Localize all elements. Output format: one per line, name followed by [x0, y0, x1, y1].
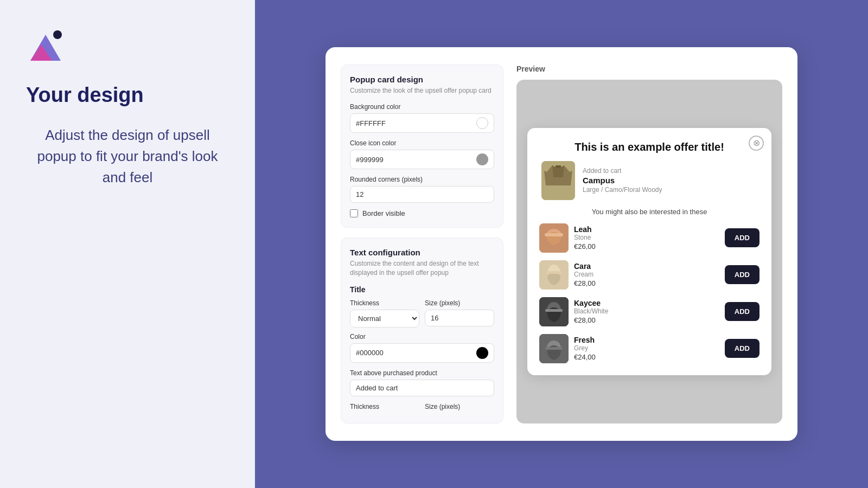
upsell-name-leah: Leah: [574, 225, 719, 234]
bg-color-label: Background color: [350, 103, 494, 111]
border-visible-label: Border visible: [362, 209, 405, 217]
text-config-section: Text configuration Customize the content…: [341, 237, 503, 423]
text-above-size-label: Size (pixels): [425, 403, 494, 410]
upsell-price-leah: €26,00: [574, 242, 719, 251]
text-above-thickness-size-row: Thickness Size (pixels): [350, 403, 494, 413]
popup-card: ⊗ This is an example offer title!: [527, 128, 771, 375]
bg-color-input[interactable]: [356, 119, 472, 127]
upsell-name-cara: Cara: [574, 262, 719, 271]
upsell-list: Leah Stone €26,00 ADD: [539, 221, 760, 365]
thickness-select[interactable]: Normal Bold Light: [350, 310, 419, 328]
text-above-thickness-col: Thickness: [350, 403, 419, 413]
popup-card-design-desc: Customize the look of the upsell offer p…: [350, 86, 494, 95]
border-visible-row[interactable]: Border visible: [350, 209, 494, 217]
popup-close-button[interactable]: ⊗: [749, 136, 764, 151]
svg-rect-16: [545, 347, 563, 350]
bg-color-field: Background color: [350, 103, 494, 133]
upsell-item-cara: Cara Cream €28,00 ADD: [539, 258, 760, 292]
svg-point-0: [53, 30, 62, 39]
text-above-input[interactable]: [350, 380, 494, 396]
svg-rect-10: [546, 271, 562, 274]
right-panel: Popup card design Customize the look of …: [255, 0, 868, 488]
upsell-item-fresh: Fresh Grey €24,00 ADD: [539, 332, 760, 365]
text-config-title: Text configuration: [350, 248, 494, 257]
size-input[interactable]: [425, 310, 494, 326]
title-color-field: Color: [350, 333, 494, 363]
upsell-price-fresh: €24,00: [574, 353, 719, 361]
left-panel: Your design Adjust the design of upsell …: [0, 0, 255, 488]
upsell-name-kaycee: Kaycee: [574, 299, 719, 307]
upsell-name-fresh: Fresh: [574, 336, 719, 344]
added-to-cart-row: Added to cart Campus Large / Camo/Floral…: [539, 161, 760, 200]
product-variant: Large / Camo/Floral Woody: [583, 186, 662, 194]
svg-rect-13: [545, 309, 563, 312]
popup-offer-title: This is an example offer title!: [539, 141, 760, 153]
page-title: Your design: [26, 84, 229, 107]
title-sub-label: Title: [350, 285, 494, 294]
logo: [26, 27, 229, 84]
added-info: Added to cart Campus Large / Camo/Floral…: [583, 167, 662, 194]
rounded-corners-field: Rounded corners (pixels): [350, 176, 494, 203]
main-card: Popup card design Customize the look of …: [326, 47, 797, 440]
border-visible-checkbox[interactable]: [350, 209, 358, 217]
preview-bg: ⊗ This is an example offer title!: [516, 80, 782, 423]
title-color-label: Color: [350, 333, 494, 341]
upsell-img-leah: [539, 223, 569, 253]
title-color-swatch: [476, 347, 488, 359]
upsell-sub-cara: Cream: [574, 271, 719, 278]
title-color-input[interactable]: [356, 349, 472, 357]
upsell-img-fresh: [539, 334, 569, 363]
size-label: Size (pixels): [425, 299, 494, 307]
upsell-img-kaycee: [539, 297, 569, 326]
upsell-item-leah: Leah Stone €26,00 ADD: [539, 221, 760, 255]
text-above-field: Text above purchased product: [350, 369, 494, 396]
popup-card-design-title: Popup card design: [350, 75, 494, 84]
add-button-cara[interactable]: ADD: [725, 265, 760, 284]
close-icon-color-input-wrap[interactable]: [350, 150, 494, 169]
popup-card-design-section: Popup card design Customize the look of …: [341, 65, 503, 228]
text-above-thickness-label: Thickness: [350, 403, 419, 410]
close-icon-color-label: Close icon color: [350, 139, 494, 147]
upsell-details-cara: Cara Cream €28,00: [574, 262, 719, 287]
svg-rect-7: [545, 233, 563, 236]
close-icon-color-swatch: [476, 153, 488, 165]
thickness-col: Thickness Normal Bold Light: [350, 299, 419, 328]
add-button-kaycee[interactable]: ADD: [725, 302, 760, 321]
product-name: Campus: [583, 176, 662, 185]
upsell-img-cara: [539, 260, 569, 290]
upsell-details-leah: Leah Stone €26,00: [574, 225, 719, 251]
thickness-label: Thickness: [350, 299, 419, 307]
added-to-cart-label: Added to cart: [583, 167, 662, 175]
text-config-desc: Customize the content and design of the …: [350, 259, 494, 278]
thickness-size-row: Thickness Normal Bold Light Size (pixels…: [350, 299, 494, 328]
svg-rect-4: [556, 165, 561, 168]
preview-panel: Preview ⊗ This is an example offer title…: [516, 65, 782, 423]
upsell-sub-leah: Stone: [574, 234, 719, 241]
close-icon-color-input[interactable]: [356, 156, 472, 164]
config-panel: Popup card design Customize the look of …: [341, 65, 503, 423]
upsell-item-kaycee: Kaycee Black/White €28,00 ADD: [539, 295, 760, 329]
upsell-sub-fresh: Grey: [574, 344, 719, 352]
bg-color-swatch: [476, 117, 488, 129]
bg-color-input-wrap[interactable]: [350, 113, 494, 133]
add-button-leah[interactable]: ADD: [725, 228, 760, 247]
text-above-label: Text above purchased product: [350, 369, 494, 377]
might-interest-text: You might also be interested in these: [539, 208, 760, 216]
title-color-input-wrap[interactable]: [350, 343, 494, 363]
size-col: Size (pixels): [425, 299, 494, 328]
page-description: Adjust the design of upsell popup to fit…: [26, 125, 229, 188]
rounded-corners-label: Rounded corners (pixels): [350, 176, 494, 183]
close-icon-color-field: Close icon color: [350, 139, 494, 169]
rounded-corners-input[interactable]: [350, 186, 494, 203]
product-image: [541, 161, 575, 200]
upsell-details-kaycee: Kaycee Black/White €28,00: [574, 299, 719, 324]
jacket-icon: [541, 161, 575, 200]
text-above-size-col: Size (pixels): [425, 403, 494, 413]
upsell-sub-kaycee: Black/White: [574, 307, 719, 315]
upsell-details-fresh: Fresh Grey €24,00: [574, 336, 719, 361]
add-button-fresh[interactable]: ADD: [725, 339, 760, 358]
upsell-price-kaycee: €28,00: [574, 316, 719, 324]
upsell-price-cara: €28,00: [574, 279, 719, 287]
preview-label: Preview: [516, 65, 782, 73]
